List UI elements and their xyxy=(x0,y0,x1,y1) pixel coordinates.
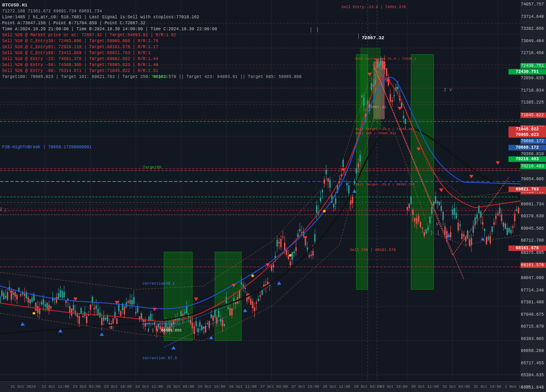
time-axis: 21 Oct 202422 Oct 11:0023 Oct 03:0023 Oc… xyxy=(0,381,520,392)
price-68161-box: 68161.578 xyxy=(508,245,546,251)
time-label: 21 Oct 2024 xyxy=(10,385,35,389)
time-label: 25 Oct 03:00 xyxy=(166,385,194,389)
time-label: 29 Oct 03:00 xyxy=(354,385,382,389)
time-label: 24 Oct 11:00 xyxy=(135,385,163,389)
price-72430-box: 72430.751 xyxy=(508,69,546,75)
price-69821-box: 69821.763 xyxy=(508,187,546,192)
price-70668-box: 70668.172 xyxy=(508,145,546,150)
price-70985-box: 70985.023 xyxy=(508,132,546,138)
time-label: 28 Oct 11:00 xyxy=(322,385,350,389)
time-label: 23 Oct 19:00 xyxy=(104,385,132,389)
time-label: 23 Oct 03:00 xyxy=(73,385,101,389)
time-label: 30 Oct 11:00 xyxy=(411,385,439,389)
time-label: 22 Oct 11:00 xyxy=(42,385,70,389)
price-70216-box: 70216.483 xyxy=(508,156,546,162)
time-label: 31 Oct 03:00 xyxy=(442,385,470,389)
time-label: 25 Oct 19:00 xyxy=(198,385,226,389)
time-label: 27 Oct 19:00 xyxy=(291,385,319,389)
time-label: 27 Oct 03:00 xyxy=(260,385,288,389)
price-71045-box: 71045.822 xyxy=(508,127,546,132)
time-label: 31 Oct 19:00 xyxy=(473,385,501,389)
chart-container: NIZZI TRADE BTCUSD.H1 71272.188 71361.67… xyxy=(0,0,546,392)
time-label: 1 Nov 11:00 xyxy=(505,385,530,389)
time-label: 26 Oct 11:00 xyxy=(229,385,257,389)
time-label: 29 Oct 19:00 xyxy=(380,385,408,389)
main-chart xyxy=(0,0,520,381)
